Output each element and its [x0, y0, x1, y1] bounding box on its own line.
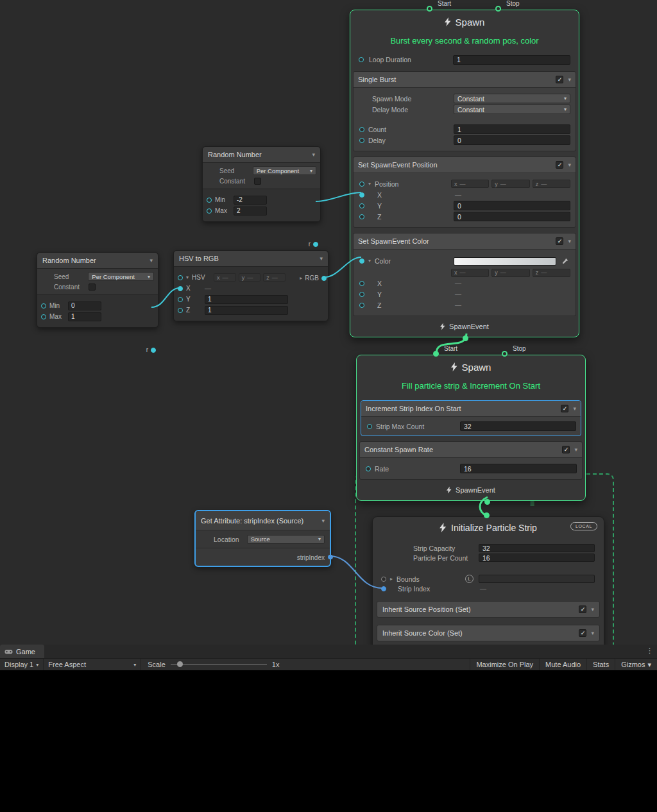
spawn-context-strip[interactable]: Start Stop Spawn Fill particle strip & I…: [356, 355, 586, 501]
spawnevent-output-port[interactable]: [463, 335, 468, 341]
location-dropdown[interactable]: Source ▾: [247, 535, 325, 544]
flow-stop-port[interactable]: [495, 6, 501, 12]
position-port[interactable]: [359, 182, 364, 187]
enabled-checkbox[interactable]: ✓: [556, 237, 563, 245]
strip-capacity-field[interactable]: 32: [479, 544, 595, 552]
scale-slider-knob[interactable]: [177, 661, 183, 667]
display-dropdown[interactable]: Display 1 ▾: [0, 659, 44, 670]
z-slot[interactable]: z—: [533, 269, 570, 277]
strip-max-count-field[interactable]: 32: [460, 421, 576, 431]
y-slot[interactable]: y—: [491, 269, 529, 277]
chevron-down-icon[interactable]: ▾: [320, 255, 323, 262]
random-output-port[interactable]: [313, 242, 318, 247]
rate-port[interactable]: [366, 466, 371, 471]
constant-checkbox[interactable]: [89, 283, 96, 291]
hsv-port[interactable]: [178, 275, 183, 280]
color-z-port[interactable]: [359, 303, 364, 308]
aspect-dropdown[interactable]: Free Aspect ▾: [44, 659, 141, 670]
chevron-down-icon[interactable]: ▾: [568, 76, 571, 83]
min-port[interactable]: [207, 198, 212, 203]
bounds-field[interactable]: [479, 575, 595, 583]
set-spawnevent-color-block[interactable]: Set SpawnEvent Color ✓ ▾ ▾ Color: [353, 233, 576, 316]
random-output-port[interactable]: [151, 348, 156, 353]
initialize-particle-strip-node[interactable]: Initialize Particle Strip LOCAL Strip Ca…: [372, 516, 604, 645]
inherit-source-position-block[interactable]: Inherit Source Position (Set) ✓ ▾: [377, 601, 600, 618]
stats-button[interactable]: Stats: [586, 659, 615, 670]
flow-start-port[interactable]: [427, 6, 432, 12]
chevron-down-icon[interactable]: ▾: [591, 606, 594, 613]
color-swatch[interactable]: [454, 257, 556, 266]
strip-index-port[interactable]: [381, 586, 386, 591]
delay-port[interactable]: [359, 138, 364, 143]
chevron-down-icon[interactable]: ▾: [321, 518, 325, 524]
chevron-down-icon[interactable]: ▾: [568, 162, 571, 168]
block-header[interactable]: Single Burst ✓ ▾: [354, 72, 576, 88]
position-z-port[interactable]: [359, 214, 364, 219]
max-port[interactable]: [207, 208, 212, 214]
constant-checkbox[interactable]: [254, 178, 261, 185]
count-field[interactable]: 1: [454, 124, 570, 134]
x-port[interactable]: [178, 286, 183, 291]
x-slot[interactable]: x—: [214, 273, 236, 282]
local-space-icon[interactable]: L: [465, 575, 474, 583]
scale-slider[interactable]: [171, 664, 267, 665]
z-slot[interactable]: z—: [533, 180, 570, 188]
node-title-bar[interactable]: Random Number ▾: [37, 253, 158, 269]
fold-open-icon[interactable]: ▾: [368, 258, 371, 264]
max-field[interactable]: 1: [68, 312, 101, 321]
y-slot[interactable]: y—: [491, 180, 529, 188]
random-number-node-b[interactable]: Random Number ▾ Seed Per Component ▾ Con…: [37, 252, 158, 328]
min-port[interactable]: [41, 303, 46, 309]
max-port[interactable]: [41, 314, 46, 319]
vfx-graph-canvas[interactable]: Particle Strip Random Number ▾ Seed Per …: [0, 0, 657, 645]
chevron-down-icon[interactable]: ▾: [573, 405, 576, 412]
color-x-port[interactable]: [359, 281, 364, 286]
y-slot[interactable]: y—: [239, 273, 261, 282]
bounds-port[interactable]: [381, 577, 386, 582]
max-field[interactable]: 2: [234, 207, 267, 216]
particle-per-count-field[interactable]: 16: [479, 554, 595, 562]
seed-dropdown[interactable]: Per Component ▾: [253, 166, 316, 175]
kebab-menu-icon[interactable]: ⋮: [646, 647, 653, 655]
spawn-mode-dropdown[interactable]: Constant ▾: [454, 94, 570, 103]
chevron-down-icon[interactable]: ▾: [574, 446, 577, 453]
y-port[interactable]: [178, 297, 183, 302]
position-y-port[interactable]: [359, 203, 364, 208]
x-slot[interactable]: x—: [451, 180, 489, 188]
increment-strip-index-block[interactable]: Increment Strip Index On Start ✓ ▾ Strip…: [361, 400, 581, 436]
delay-field[interactable]: 0: [454, 135, 570, 145]
maximize-on-play-button[interactable]: Maximize On Play: [470, 659, 539, 670]
fold-closed-icon[interactable]: ▸: [300, 276, 302, 281]
z-slot[interactable]: z—: [263, 273, 286, 282]
fold-open-icon[interactable]: ▾: [186, 275, 189, 280]
mute-audio-button[interactable]: Mute Audio: [539, 659, 586, 670]
hsv-to-rgb-node[interactable]: HSV to RGB ▾ ▾ HSV x— y— z— ▸ RGB: [173, 250, 328, 321]
random-number-node-a[interactable]: Random Number ▾ Seed Per Component ▾ Con…: [202, 146, 321, 222]
gizmos-dropdown[interactable]: Gizmos ▾: [615, 659, 657, 670]
stripindex-output-port[interactable]: [328, 555, 333, 560]
block-header[interactable]: Constant Spawn Rate ✓ ▾: [360, 442, 582, 458]
enabled-checkbox[interactable]: ✓: [556, 161, 563, 169]
chevron-down-icon[interactable]: ▾: [591, 630, 594, 636]
z-field[interactable]: 0: [454, 212, 570, 221]
spawn-context-burst[interactable]: Start Stop Spawn Burst every second & ra…: [350, 10, 579, 337]
y-field[interactable]: 1: [205, 295, 288, 304]
min-field[interactable]: 0: [68, 301, 101, 310]
rgb-output-port[interactable]: [321, 276, 327, 281]
color-picker-icon[interactable]: [560, 257, 569, 266]
color-y-port[interactable]: [359, 292, 364, 297]
flow-input-port[interactable]: [484, 512, 490, 518]
y-field[interactable]: 0: [454, 201, 570, 210]
flow-start-port[interactable]: [433, 351, 439, 357]
get-attribute-stripindex-node[interactable]: Get Attribute: stripIndex (Source) ▾ Loc…: [194, 510, 331, 567]
constant-spawn-rate-block[interactable]: Constant Spawn Rate ✓ ▾ Rate 16: [359, 441, 583, 480]
chevron-down-icon[interactable]: ▾: [568, 238, 571, 244]
enabled-checkbox[interactable]: ✓: [579, 629, 586, 637]
strip-max-count-port[interactable]: [367, 424, 372, 429]
block-header[interactable]: Set SpawnEvent Position ✓ ▾: [354, 157, 576, 173]
chevron-down-icon[interactable]: ▾: [149, 257, 153, 264]
inherit-source-color-block[interactable]: Inherit Source Color (Set) ✓ ▾: [377, 625, 600, 641]
color-port[interactable]: [359, 258, 364, 264]
spawnevent-output-port[interactable]: [484, 499, 490, 505]
local-space-badge[interactable]: LOCAL: [570, 522, 597, 530]
